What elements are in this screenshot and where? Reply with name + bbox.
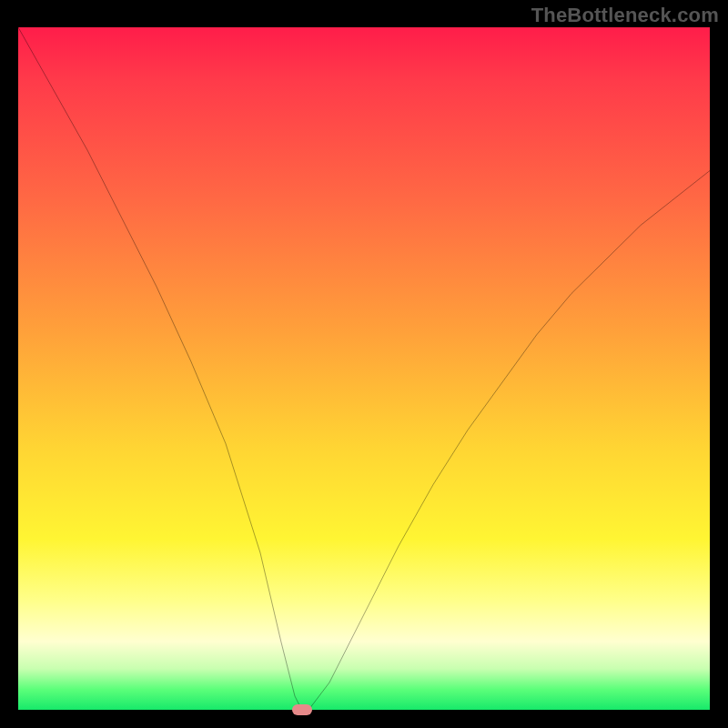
bottleneck-marker bbox=[292, 704, 312, 715]
plot-area bbox=[18, 27, 710, 710]
bottleneck-curve bbox=[18, 27, 710, 710]
chart-frame: TheBottleneck.com bbox=[0, 0, 728, 728]
watermark-text: TheBottleneck.com bbox=[531, 4, 719, 27]
